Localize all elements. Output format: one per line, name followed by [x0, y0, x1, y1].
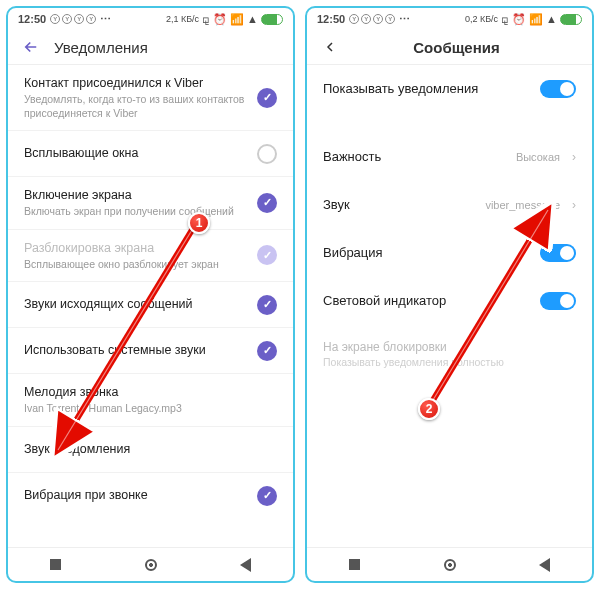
checkbox-on-icon[interactable]	[257, 486, 277, 506]
row-title: Разблокировка экрана	[24, 240, 247, 257]
row-title: Показывать уведомления	[323, 80, 530, 98]
row-sub: Ivan Torrent - Human Legacy.mp3	[24, 402, 277, 416]
row-title: Звуки исходящих сообщений	[24, 296, 247, 313]
status-icon: Y	[74, 14, 84, 24]
status-icon: Y	[361, 14, 371, 24]
nav-recent-icon[interactable]	[49, 558, 63, 572]
page-title: Сообщения	[335, 39, 578, 56]
row-sub: Уведомлять, когда кто-то из ваших контак…	[24, 93, 247, 120]
battery-icon	[261, 14, 283, 25]
row-title: Использовать системные звуки	[24, 342, 247, 359]
nav-recent-icon[interactable]	[348, 558, 362, 572]
more-icon: ⋯	[399, 13, 410, 26]
checkbox-on-icon[interactable]	[257, 88, 277, 108]
row-vibration[interactable]: Вибрация	[307, 229, 592, 277]
row-ringtone[interactable]: Мелодия звонка Ivan Torrent - Human Lega…	[8, 374, 293, 427]
checkbox-on-icon[interactable]	[257, 295, 277, 315]
row-title: Звук	[323, 196, 475, 214]
bluetooth-icon: ⚼	[501, 13, 509, 26]
checkbox-off-icon[interactable]	[257, 144, 277, 164]
network-speed: 2,1 КБ/с	[166, 14, 199, 24]
navbar	[8, 547, 293, 581]
statusbar: 12:50 Y Y Y Y ⋯ 0,2 КБ/с ⚼ ⏰ 📶 ▲	[307, 8, 592, 28]
row-importance[interactable]: Важность Высокая ›	[307, 133, 592, 181]
row-title: Вибрация	[323, 244, 530, 262]
row-notification-sound[interactable]: Звук уведомления	[8, 427, 293, 473]
row-title: Важность	[323, 148, 506, 166]
statusbar: 12:50 Y Y Y Y ⋯ 2,1 КБ/с ⚼ ⏰ 📶 ▲	[8, 8, 293, 28]
row-sub: Показывать уведомления полностью	[323, 356, 576, 370]
row-screen-on[interactable]: Включение экрана Включать экран при полу…	[8, 177, 293, 230]
nav-home-icon[interactable]	[144, 558, 158, 572]
checkbox-on-icon[interactable]	[257, 341, 277, 361]
status-icon: Y	[373, 14, 383, 24]
alarm-icon: ⏰	[213, 13, 227, 26]
toggle-on-icon[interactable]	[540, 244, 576, 262]
header: Сообщения	[307, 28, 592, 65]
row-value: viber_message	[485, 199, 560, 211]
row-title: Контакт присоединился к Viber	[24, 75, 247, 92]
signal-icon: 📶	[230, 13, 244, 26]
nav-back-icon[interactable]	[239, 558, 253, 572]
row-led[interactable]: Световой индикатор	[307, 277, 592, 325]
page-title: Уведомления	[54, 39, 148, 56]
row-show-notifications[interactable]: Показывать уведомления	[307, 65, 592, 113]
status-icon: Y	[62, 14, 72, 24]
row-lockscreen-hint: На экране блокировки Показывать уведомле…	[307, 325, 592, 384]
chevron-right-icon: ›	[572, 198, 576, 212]
row-vibrate-call[interactable]: Вибрация при звонке	[8, 473, 293, 519]
row-outgoing-sounds[interactable]: Звуки исходящих сообщений	[8, 282, 293, 328]
network-speed: 0,2 КБ/с	[465, 14, 498, 24]
checkbox-disabled-icon	[257, 245, 277, 265]
clock: 12:50	[18, 13, 46, 25]
navbar	[307, 547, 592, 581]
row-contact-joined[interactable]: Контакт присоединился к Viber Уведомлять…	[8, 65, 293, 131]
phone-right: 12:50 Y Y Y Y ⋯ 0,2 КБ/с ⚼ ⏰ 📶 ▲ Сообщен…	[305, 6, 594, 583]
status-icon: Y	[86, 14, 96, 24]
chevron-right-icon: ›	[572, 150, 576, 164]
bluetooth-icon: ⚼	[202, 13, 210, 26]
signal-icon: 📶	[529, 13, 543, 26]
alarm-icon: ⏰	[512, 13, 526, 26]
back-arrow-icon[interactable]	[22, 38, 40, 56]
row-sub: Всплывающее окно разблокирует экран	[24, 258, 247, 272]
checkbox-on-icon[interactable]	[257, 193, 277, 213]
settings-list: Контакт присоединился к Viber Уведомлять…	[8, 65, 293, 547]
more-icon: ⋯	[100, 13, 111, 26]
toggle-on-icon[interactable]	[540, 80, 576, 98]
nav-home-icon[interactable]	[443, 558, 457, 572]
row-sound[interactable]: Звук viber_message ›	[307, 181, 592, 229]
wifi-icon: ▲	[546, 13, 557, 25]
settings-list: Показывать уведомления Важность Высокая …	[307, 65, 592, 547]
clock: 12:50	[317, 13, 345, 25]
row-title: Звук уведомления	[24, 441, 277, 458]
row-title: Световой индикатор	[323, 292, 530, 310]
row-title: Всплывающие окна	[24, 145, 247, 162]
status-icon: Y	[349, 14, 359, 24]
row-popups[interactable]: Всплывающие окна	[8, 131, 293, 177]
toggle-on-icon[interactable]	[540, 292, 576, 310]
row-title: Включение экрана	[24, 187, 247, 204]
row-title: Мелодия звонка	[24, 384, 277, 401]
battery-icon	[560, 14, 582, 25]
row-system-sounds[interactable]: Использовать системные звуки	[8, 328, 293, 374]
wifi-icon: ▲	[247, 13, 258, 25]
row-title: Вибрация при звонке	[24, 487, 247, 504]
row-value: Высокая	[516, 151, 560, 163]
phone-left: 12:50 Y Y Y Y ⋯ 2,1 КБ/с ⚼ ⏰ 📶 ▲ Уведомл…	[6, 6, 295, 583]
row-title: На экране блокировки	[323, 339, 576, 355]
row-sub: Включать экран при получении сообщений	[24, 205, 247, 219]
status-icon: Y	[50, 14, 60, 24]
header: Уведомления	[8, 28, 293, 65]
nav-back-icon[interactable]	[538, 558, 552, 572]
status-icon: Y	[385, 14, 395, 24]
row-unlock-screen: Разблокировка экрана Всплывающее окно ра…	[8, 230, 293, 283]
